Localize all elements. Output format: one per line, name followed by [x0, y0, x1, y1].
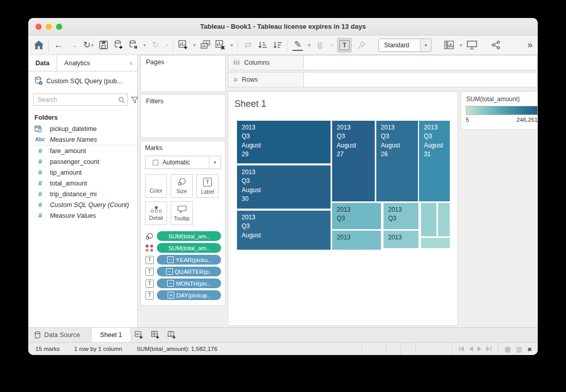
- marks-pill[interactable]: +DAY(pickup..: [157, 290, 221, 300]
- collapse-hierarchy-icon[interactable]: −: [166, 268, 173, 275]
- field-passenger-count[interactable]: # passenger_count: [28, 156, 137, 167]
- replay-caret-icon[interactable]: ▾: [91, 43, 94, 48]
- fit-dropdown-caret-icon[interactable]: ▾: [420, 39, 431, 51]
- share-button[interactable]: [491, 39, 501, 52]
- field-total-amount[interactable]: # total_amount: [28, 178, 137, 189]
- filters-card[interactable]: Filters: [140, 94, 226, 138]
- filter-fields-icon[interactable]: [131, 97, 138, 103]
- field-sql-count[interactable]: # Custom SQL Query (Count): [28, 199, 137, 210]
- run-update-caret-icon[interactable]: ▾: [166, 43, 169, 48]
- run-update-button[interactable]: ↻: [151, 39, 161, 52]
- mark-type-dropdown[interactable]: Automatic ▾: [145, 156, 221, 169]
- save-button[interactable]: [98, 39, 108, 52]
- treemap-tile[interactable]: [421, 202, 437, 237]
- pages-card[interactable]: Pages: [140, 55, 226, 92]
- treemap-tile[interactable]: 2013 Q3: [332, 202, 381, 230]
- tab-data[interactable]: Data: [28, 55, 57, 71]
- field-tip-amount[interactable]: # tip_amount: [28, 167, 137, 178]
- replay-button[interactable]: ↻▾: [83, 39, 94, 52]
- marks-pill[interactable]: −QUARTER(p..: [157, 267, 221, 276]
- treemap-tile[interactable]: 2013 Q3: [383, 202, 419, 230]
- treemap-tile[interactable]: 2013 Q3 August 26: [376, 120, 418, 202]
- format-workbook-button[interactable]: [315, 39, 325, 52]
- new-worksheet-tab-button[interactable]: [131, 328, 148, 342]
- field-label: trip_distance_mi: [50, 191, 97, 198]
- last-page-icon[interactable]: [486, 346, 492, 351]
- pause-caret-icon[interactable]: ▾: [143, 43, 146, 48]
- new-dashboard-tab-button[interactable]: [148, 328, 164, 342]
- collapse-hierarchy-icon[interactable]: −: [167, 256, 174, 263]
- expand-hierarchy-icon[interactable]: +: [168, 292, 174, 298]
- clear-sheet-caret-icon[interactable]: ▾: [231, 43, 233, 48]
- highlight-button[interactable]: ✎: [293, 40, 303, 51]
- rows-shelf-drop-area[interactable]: [304, 72, 538, 87]
- marks-pill[interactable]: SUM(total_am..: [157, 243, 221, 253]
- treemap-tile[interactable]: [437, 202, 450, 237]
- marks-pill[interactable]: SUM(total_am..: [157, 231, 221, 241]
- show-mark-labels-button[interactable]: T: [337, 38, 352, 52]
- previous-page-icon[interactable]: [469, 346, 473, 351]
- treemap-tile[interactable]: 2013 Q3 August: [236, 210, 331, 250]
- sort-descending-button[interactable]: [272, 39, 283, 52]
- undo-button[interactable]: ←: [53, 39, 64, 52]
- tab-sheet-1[interactable]: Sheet 1: [91, 328, 131, 342]
- columns-shelf-drop-area[interactable]: [304, 55, 538, 70]
- new-story-tab-button[interactable]: [164, 328, 180, 342]
- fit-dropdown[interactable]: Standard ▾: [378, 39, 431, 52]
- treemap-tile[interactable]: 2013 Q3 August 31: [418, 120, 450, 202]
- field-pickup-datetime[interactable]: pickup_datetime: [28, 123, 137, 134]
- field-trip-distance[interactable]: # trip_distance_mi: [28, 189, 137, 199]
- sheet-view: Sheet 1 2013 Q3 August 292013 Q3 August …: [228, 91, 458, 326]
- tooltip-button[interactable]: Tooltip: [171, 201, 193, 225]
- filmstrip-view-icon[interactable]: ▥: [516, 345, 522, 353]
- color-button[interactable]: Color: [145, 174, 167, 198]
- treemap-tile[interactable]: 2013 Q3 August 30: [236, 165, 331, 209]
- home-icon[interactable]: [33, 39, 44, 52]
- duplicate-sheet-button[interactable]: [200, 39, 211, 52]
- collapse-hierarchy-icon[interactable]: −: [167, 280, 174, 287]
- toolbar-overflow-icon[interactable]: »: [527, 40, 533, 50]
- field-fare-amount[interactable]: # fare_amount: [28, 145, 137, 156]
- next-page-icon[interactable]: [478, 346, 482, 351]
- marks-pill[interactable]: −MONTH(pic..: [157, 278, 221, 288]
- first-page-icon[interactable]: [459, 346, 464, 351]
- tab-analytics[interactable]: Analytics: [57, 55, 97, 71]
- treemap-tile[interactable]: 2013 Q3 August 29: [236, 120, 331, 164]
- tab-data-source[interactable]: Data Source: [28, 328, 91, 342]
- redo-button[interactable]: →: [68, 39, 79, 52]
- size-button[interactable]: Size: [171, 174, 193, 198]
- color-legend-card[interactable]: SUM(total_amount) 5 246,261: [461, 91, 538, 130]
- fix-axes-button[interactable]: [356, 39, 367, 52]
- clear-sheet-button[interactable]: [215, 39, 226, 52]
- detail-button[interactable]: Detail: [145, 201, 167, 225]
- marks-pill[interactable]: −YEAR(picku..: [157, 255, 221, 265]
- treemap-tile[interactable]: 2013 Q3 August 27: [332, 120, 375, 202]
- pill-label: DAY(pickup..: [176, 292, 210, 298]
- pause-auto-updates-button[interactable]: [128, 39, 138, 52]
- sheet-tabs-view-icon[interactable]: ■: [527, 345, 532, 353]
- show-me-caret-icon[interactable]: ▾: [460, 43, 462, 48]
- sort-ascending-button[interactable]: [258, 39, 268, 52]
- search-input[interactable]: [36, 96, 118, 104]
- data-source-connection[interactable]: Custom SQL Query (pub...: [28, 71, 137, 89]
- sheet-sorter-view-icon[interactable]: ▦: [505, 345, 511, 353]
- format-caret-icon[interactable]: ▾: [331, 43, 333, 48]
- highlight-caret-icon[interactable]: ▾: [308, 43, 311, 48]
- new-worksheet-caret-icon[interactable]: ▾: [193, 43, 196, 48]
- field-measure-values[interactable]: # Measure Values: [28, 210, 137, 221]
- label-button[interactable]: T Label: [196, 174, 218, 198]
- search-box[interactable]: [33, 94, 128, 106]
- presentation-mode-button[interactable]: [467, 39, 477, 52]
- swap-rows-columns-button[interactable]: ⇄: [243, 39, 253, 52]
- treemap-tile[interactable]: [421, 237, 450, 249]
- dot: [155, 210, 158, 213]
- collapse-panel-icon[interactable]: ‹: [125, 55, 137, 71]
- treemap-tile[interactable]: 2013: [332, 230, 381, 250]
- field-measure-names[interactable]: Abc Measure Names: [28, 134, 137, 145]
- show-me-cards-button[interactable]: [444, 39, 454, 52]
- new-data-source-button[interactable]: [113, 39, 123, 52]
- mark-type-caret-icon[interactable]: ▾: [209, 156, 221, 169]
- new-worksheet-button[interactable]: [178, 39, 188, 52]
- sheet-tabs-bar: Data Source Sheet 1: [28, 327, 538, 342]
- treemap-tile[interactable]: 2013: [383, 230, 419, 249]
